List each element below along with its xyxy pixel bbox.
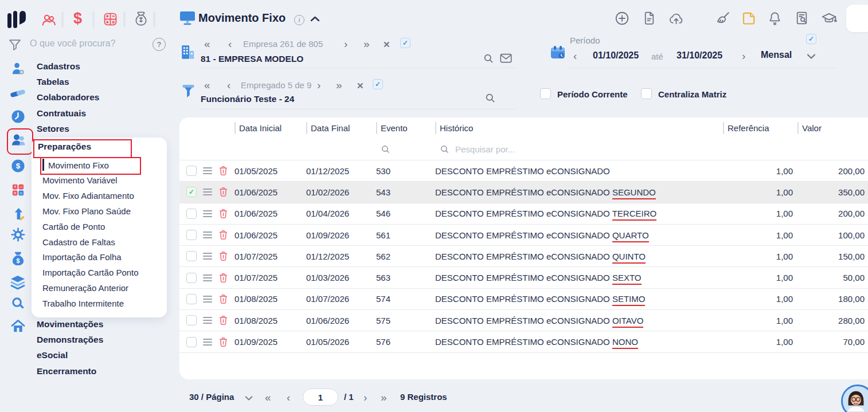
row-checkbox[interactable] (186, 251, 197, 261)
dollar-circle-icon[interactable]: $ (10, 158, 26, 174)
table-row[interactable]: ✓01/06/202501/02/2026543DESCONTO EMPRÉST… (179, 181, 868, 202)
search-rail-icon[interactable] (10, 296, 26, 311)
row-checkbox[interactable] (186, 294, 197, 304)
sidebar-search-input[interactable] (29, 38, 146, 49)
document-icon[interactable] (642, 11, 656, 25)
assistant-avatar[interactable] (841, 384, 868, 412)
table-row[interactable]: 01/07/202501/12/2025562DESCONTO EMPRÉSTI… (179, 245, 868, 266)
broom-icon[interactable] (715, 11, 730, 26)
bell-icon[interactable] (768, 11, 782, 26)
period-prev-button[interactable]: ‹ (573, 50, 577, 61)
pagination-prev-button[interactable]: ‹ (287, 392, 290, 403)
clock-icon[interactable] (10, 109, 26, 124)
user-gear-icon[interactable] (10, 61, 26, 76)
graduation-cap-icon[interactable] (821, 11, 837, 26)
row-menu-icon[interactable] (203, 189, 212, 195)
home-icon[interactable] (10, 319, 26, 334)
employee-next-button[interactable]: › (317, 80, 320, 91)
row-checkbox[interactable] (186, 337, 197, 347)
row-delete-icon[interactable] (218, 187, 228, 197)
table-row[interactable]: 01/08/202501/07/2026574DESCONTO EMPRÉSTI… (179, 288, 868, 309)
company-first-button[interactable]: « (204, 38, 209, 49)
sidebar-item-movimenta-es[interactable]: Movimentações (37, 316, 169, 332)
row-delete-icon[interactable] (218, 209, 228, 219)
calculator-rail-icon[interactable]: + − × = (10, 182, 26, 198)
handshake-icon[interactable] (9, 86, 26, 101)
row-menu-icon[interactable] (203, 231, 212, 238)
column-header-valor[interactable]: Valor (797, 122, 867, 134)
row-menu-icon[interactable] (203, 339, 212, 346)
period-end-date[interactable]: 31/10/2025 (677, 50, 722, 61)
employee-first-button[interactable]: « (204, 80, 209, 91)
company-checkbox[interactable]: ✓ (400, 38, 410, 48)
pagination-last-button[interactable]: » (381, 392, 386, 403)
employee-prev-button[interactable]: ‹ (227, 80, 230, 91)
plus-circle-icon[interactable] (615, 11, 630, 26)
historico-filter-input[interactable] (454, 144, 582, 155)
column-header-evento[interactable]: Evento (376, 122, 435, 134)
row-delete-icon[interactable] (218, 337, 228, 347)
pagination-next-button[interactable]: › (363, 392, 367, 403)
table-row[interactable]: 01/05/202501/12/2025530DESCONTO EMPRÉSTI… (179, 160, 868, 181)
employee-funnel-icon[interactable] (181, 84, 196, 99)
submenu-item-cart-o-de-ponto[interactable]: Cartão de Ponto (42, 219, 163, 234)
cloud-upload-icon[interactable] (668, 11, 684, 26)
row-menu-icon[interactable] (203, 296, 212, 303)
submenu-item-movimento-vari-vel[interactable]: Movimento Variável (42, 172, 163, 188)
submenu-item-mov-fixo-plano-sa-de[interactable]: Mov. Fixo Plano Saúde (42, 203, 163, 219)
period-next-button[interactable]: › (742, 50, 745, 61)
employee-last-button[interactable]: » (336, 80, 341, 91)
collapse-chevron-up-icon[interactable] (310, 15, 320, 23)
people-rail-icon[interactable] (10, 132, 26, 148)
submenu-item-remunera-o-anterior[interactable]: Remuneração Anterior (42, 280, 163, 296)
row-delete-icon[interactable] (218, 273, 228, 283)
period-start-date[interactable]: 01/10/2025 (593, 50, 639, 61)
submenu-item-mov-fixo-adiantamento[interactable]: Mov. Fixo Adiantamento (42, 188, 163, 203)
row-menu-icon[interactable] (203, 167, 212, 174)
document-search-icon[interactable] (795, 11, 809, 25)
promotion-icon[interactable] (11, 206, 26, 222)
money-bag-rail-icon[interactable]: $ (10, 251, 26, 267)
row-menu-icon[interactable] (203, 210, 212, 217)
layers-icon[interactable] (10, 275, 26, 290)
people-icon[interactable] (41, 13, 56, 28)
row-checkbox[interactable] (186, 230, 197, 240)
gear-icon[interactable] (10, 227, 26, 242)
column-header-referencia[interactable]: Referência (721, 122, 797, 134)
money-bag-icon[interactable] (134, 11, 148, 27)
column-header-data-inicial[interactable]: Data Inicial (234, 122, 306, 134)
historico-filter-search-icon[interactable] (440, 144, 449, 154)
company-clear-button[interactable]: ✕ (383, 40, 390, 50)
sidebar-item-encerramento[interactable]: Encerramento (37, 363, 169, 379)
pagination-first-button[interactable]: « (265, 392, 270, 403)
periodo-corrente-checkbox[interactable] (540, 88, 551, 99)
sidebar-item-tabelas[interactable]: Tabelas (37, 74, 169, 89)
company-last-button[interactable]: » (363, 38, 369, 49)
employee-clear-button[interactable]: ✕ (357, 81, 364, 91)
submenu-item-trabalho-intermitente[interactable]: Trabalho Intermitente (42, 296, 163, 311)
sidebar-item-esocial[interactable]: eSocial (37, 348, 169, 363)
row-checkbox[interactable] (186, 209, 197, 219)
sidebar-item-demonstra-es[interactable]: Demonstrações (37, 332, 169, 347)
period-mode-chevron-down-icon[interactable] (806, 53, 816, 60)
calculator-icon[interactable] (103, 12, 118, 26)
submenu-item-cadastro-de-faltas[interactable]: Cadastro de Faltas (42, 234, 163, 250)
row-checkbox[interactable]: ✓ (186, 187, 197, 197)
help-icon[interactable]: ? (153, 38, 166, 51)
employee-search-icon[interactable] (484, 92, 496, 104)
sidebar-item-setores[interactable]: Setores (37, 121, 169, 137)
row-checkbox[interactable] (186, 315, 197, 325)
row-delete-icon[interactable] (218, 166, 228, 176)
profile-button[interactable] (846, 5, 868, 32)
period-mode-select[interactable]: Mensal (761, 50, 792, 60)
table-row[interactable]: 01/08/202501/06/2026575DESCONTO EMPRÉSTI… (179, 309, 868, 331)
row-menu-icon[interactable] (203, 274, 212, 281)
table-row[interactable]: 01/06/202501/04/2026546DESCONTO EMPRÉSTI… (179, 203, 868, 224)
row-delete-icon[interactable] (218, 294, 228, 304)
column-header-historico[interactable]: Histórico (435, 122, 721, 134)
submenu-item-importa-o-cart-o-ponto[interactable]: Importação Cartão Ponto (42, 265, 163, 280)
centraliza-matriz-checkbox[interactable] (641, 88, 652, 99)
row-delete-icon[interactable] (218, 315, 228, 325)
company-search-icon[interactable] (483, 53, 494, 64)
submenu-item-importa-o-da-folha[interactable]: Importação da Folha (42, 249, 163, 265)
